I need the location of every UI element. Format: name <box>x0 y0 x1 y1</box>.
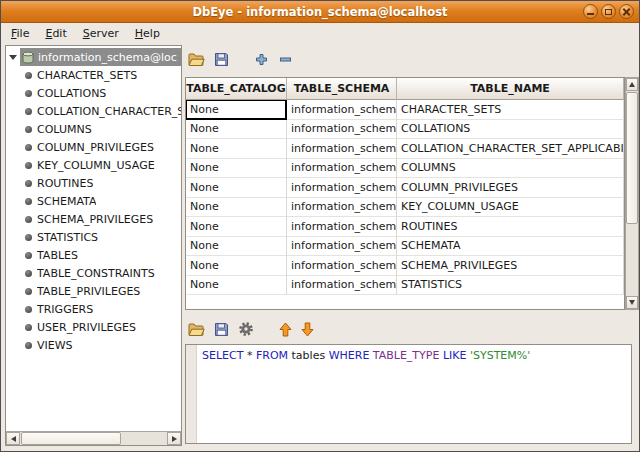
tree-item-collations[interactable]: COLLATIONS <box>6 84 181 102</box>
column-header-table-name[interactable]: TABLE_NAME <box>397 78 624 100</box>
table-row[interactable]: None information_schema COLLATIONS <box>186 120 624 140</box>
sql-editor[interactable]: SELECT * FROM tables WHERE TABLE_TYPE LI… <box>197 345 631 443</box>
table-row[interactable]: None information_schema SCHEMATA <box>186 237 624 257</box>
table-cell[interactable]: SCHEMA_PRIVILEGES <box>397 256 624 276</box>
table-cell[interactable]: ROUTINES <box>397 217 624 237</box>
tree-item-character-sets[interactable]: CHARACTER_SETS <box>6 66 181 84</box>
table-cell[interactable]: None <box>186 237 287 257</box>
menu-edit[interactable]: Edit <box>37 25 74 42</box>
tree-horizontal-scrollbar[interactable] <box>6 431 181 445</box>
remove-row-button[interactable] <box>277 51 294 68</box>
scroll-up-button[interactable] <box>626 78 638 91</box>
arrow-left-icon <box>11 436 16 442</box>
tree-item-triggers[interactable]: TRIGGERS <box>6 300 181 318</box>
table-cell[interactable]: None <box>186 139 287 159</box>
save-sql-button[interactable] <box>213 321 230 338</box>
table-cell[interactable]: information_schema <box>287 159 397 179</box>
tree-root-selection[interactable]: information_schema@localhost <box>20 48 181 66</box>
column-header-table-schema[interactable]: TABLE_SCHEMA <box>287 78 397 100</box>
arrow-down-icon <box>629 300 635 305</box>
table-cell[interactable]: None <box>186 256 287 276</box>
table-cell[interactable]: information_schema <box>287 217 397 237</box>
tree-item-collation-character[interactable]: COLLATION_CHARACTER_SET_APPLICABILITY <box>6 102 181 120</box>
table-cell[interactable]: information_schema <box>287 198 397 218</box>
tree-item-statistics[interactable]: STATISTICS <box>6 228 181 246</box>
table-cell[interactable]: CHARACTER_SETS <box>397 100 624 120</box>
table-cell[interactable]: None <box>186 198 287 218</box>
tree-item-columns[interactable]: COLUMNS <box>6 120 181 138</box>
table-cell[interactable]: None <box>186 100 287 120</box>
open-sql-button[interactable] <box>187 321 206 338</box>
move-down-button[interactable] <box>300 321 315 338</box>
table-cell[interactable]: COLUMN_PRIVILEGES <box>397 178 624 198</box>
table-icon <box>25 198 32 205</box>
table-icon <box>25 162 32 169</box>
table-cell[interactable]: None <box>186 178 287 198</box>
minimize-button[interactable] <box>583 4 598 19</box>
table-row[interactable]: None information_schema ROUTINES <box>186 217 624 237</box>
table-row[interactable]: None information_schema COLLATION_CHARAC… <box>186 139 624 159</box>
column-header-table-catalog[interactable]: TABLE_CATALOG <box>186 78 287 100</box>
tree-item-column-privileges[interactable]: COLUMN_PRIVILEGES <box>6 138 181 156</box>
table-cell[interactable]: information_schema <box>287 256 397 276</box>
table-row[interactable]: None information_schema KEY_COLUMN_USAGE <box>186 198 624 218</box>
tree-item-schemata[interactable]: SCHEMATA <box>6 192 181 210</box>
table-cell[interactable]: COLUMNS <box>397 159 624 179</box>
table-row[interactable]: None information_schema SCHEMA_PRIVILEGE… <box>186 256 624 276</box>
tree-item-routines[interactable]: ROUTINES <box>6 174 181 192</box>
tree-item-schema-privileges[interactable]: SCHEMA_PRIVILEGES <box>6 210 181 228</box>
table-cell[interactable]: None <box>186 159 287 179</box>
table-cell[interactable]: information_schema <box>287 120 397 140</box>
table-row[interactable]: None information_schema COLUMN_PRIVILEGE… <box>186 178 624 198</box>
scroll-right-button[interactable] <box>167 432 181 445</box>
table-cell[interactable]: SCHEMATA <box>397 237 624 257</box>
table-cell[interactable]: COLLATION_CHARACTER_SET_APPLICABILITY <box>397 139 624 159</box>
table-icon <box>25 306 32 313</box>
expander-icon[interactable] <box>9 55 17 60</box>
menu-help[interactable]: Help <box>127 25 168 42</box>
menu-server[interactable]: Server <box>75 25 127 42</box>
tree-item-key-column-usage[interactable]: KEY_COLUMN_USAGE <box>6 156 181 174</box>
table-cell[interactable]: None <box>186 217 287 237</box>
table-cell[interactable]: information_schema <box>287 139 397 159</box>
save-button[interactable] <box>213 51 230 68</box>
table-row[interactable]: None information_schema STATISTICS <box>186 276 624 296</box>
tree-item-table-constraints[interactable]: TABLE_CONSTRAINTS <box>6 264 181 282</box>
table-cell[interactable]: COLLATIONS <box>397 120 624 140</box>
menu-file[interactable]: File <box>3 25 37 42</box>
table-cell[interactable]: STATISTICS <box>397 276 624 296</box>
execute-query-button[interactable] <box>237 320 255 338</box>
table-cell[interactable]: information_schema <box>287 100 397 120</box>
scrollbar-track[interactable] <box>20 432 167 445</box>
table-cell[interactable]: information_schema <box>287 237 397 257</box>
table-cell[interactable]: None <box>186 276 287 296</box>
scroll-down-button[interactable] <box>626 296 638 309</box>
scrollbar-track[interactable] <box>626 91 638 296</box>
tree-item-views[interactable]: VIEWS <box>6 336 181 354</box>
add-row-button[interactable] <box>253 51 270 68</box>
table-cell[interactable]: KEY_COLUMN_USAGE <box>397 198 624 218</box>
table-row[interactable]: None information_schema CHARACTER_SETS <box>186 100 624 120</box>
open-button[interactable] <box>187 51 206 68</box>
table-cell[interactable]: information_schema <box>287 178 397 198</box>
sql-token: SELECT <box>202 349 247 362</box>
grid-body: None information_schema CHARACTER_SETS N… <box>186 100 624 295</box>
maximize-button[interactable] <box>601 4 616 19</box>
scrollbar-thumb[interactable] <box>626 92 638 224</box>
sql-token: LIKE <box>443 349 470 362</box>
sql-token: FROM <box>256 349 292 362</box>
titlebar[interactable]: DbEye - information_schema@localhost <box>1 1 639 23</box>
table-cell[interactable]: information_schema <box>287 276 397 296</box>
table-icon <box>25 252 32 259</box>
tree-item-table-privileges[interactable]: TABLE_PRIVILEGES <box>6 282 181 300</box>
scrollbar-thumb[interactable] <box>21 432 121 445</box>
tree-root-item[interactable]: information_schema@localhost <box>6 48 181 66</box>
table-row[interactable]: None information_schema COLUMNS <box>186 159 624 179</box>
move-up-button[interactable] <box>278 321 293 338</box>
table-cell[interactable]: None <box>186 120 287 140</box>
tree-item-tables[interactable]: TABLES <box>6 246 181 264</box>
close-button[interactable] <box>619 4 634 19</box>
scroll-left-button[interactable] <box>6 432 20 445</box>
tree-item-user-privileges[interactable]: USER_PRIVILEGES <box>6 318 181 336</box>
grid-vertical-scrollbar[interactable] <box>625 77 639 310</box>
